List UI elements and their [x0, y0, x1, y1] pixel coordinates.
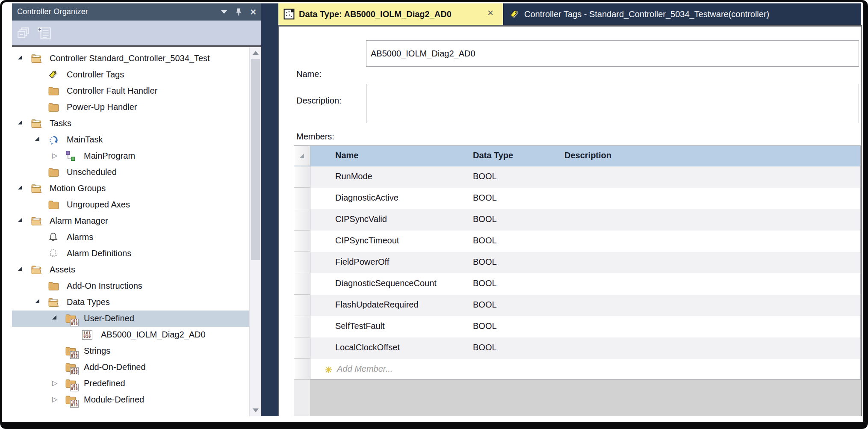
column-header-name[interactable]: Name [335, 151, 358, 160]
member-row-flashupdaterequired[interactable]: FlashUpdateRequiredBOOL [294, 295, 860, 316]
panel-pin-button[interactable] [231, 3, 246, 21]
collapse-arrow-icon[interactable] [18, 218, 22, 222]
collapse-arrow-icon[interactable] [18, 55, 22, 59]
cell-member-datatype[interactable]: BOOL [473, 278, 497, 288]
tree-item-alarms[interactable]: Alarms [12, 229, 249, 246]
member-row-runmode[interactable]: RunModeBOOL [294, 166, 860, 188]
row-selector[interactable] [294, 209, 310, 231]
cell-member-name[interactable]: CIPSyncValid [335, 214, 387, 224]
member-row-cipsyncvalid[interactable]: CIPSyncValidBOOL [294, 209, 860, 231]
tree-item-alarm-definitions[interactable]: Alarm Definitions [12, 246, 249, 262]
tree-item-label: Controller Fault Handler [67, 86, 157, 96]
cell-member-datatype[interactable]: BOOL [473, 343, 497, 352]
panel-menu-button[interactable] [217, 3, 231, 21]
collapse-arrow-icon[interactable] [18, 266, 22, 271]
cell-member-datatype[interactable]: BOOL [473, 257, 497, 267]
tree-item-user-defined[interactable]: 101010User-Defined [12, 311, 249, 327]
scroll-down-icon[interactable] [253, 408, 259, 412]
member-row-diagnosticactive[interactable]: DiagnosticActiveBOOL [294, 188, 860, 209]
tree-item-label: Alarm Definitions [67, 249, 131, 258]
cell-member-name[interactable]: FieldPowerOff [335, 257, 389, 267]
tree-item-add-on-defined[interactable]: 101010Add-On-Defined [12, 359, 249, 376]
tree-item-add-on-instructions[interactable]: Add-On Instructions [12, 278, 249, 294]
row-selector[interactable] [294, 231, 310, 252]
cell-member-datatype[interactable]: BOOL [473, 214, 497, 224]
cell-member-datatype[interactable]: BOOL [473, 236, 497, 246]
panel-splitter[interactable] [261, 3, 278, 416]
name-input[interactable] [366, 40, 859, 67]
member-row-diagnosticsequencecount[interactable]: DiagnosticSequenceCountBOOL [294, 273, 860, 295]
row-selector[interactable] [294, 359, 310, 380]
udt-folder-icon: 101010 [65, 378, 77, 390]
collapse-all-button[interactable] [15, 26, 32, 41]
tree-item-controller-standard-controller-5034-test[interactable]: Controller Standard_Controller_5034_Test [12, 50, 249, 67]
collapse-arrow-icon[interactable] [35, 136, 39, 141]
cell-member-name[interactable]: LocalClockOffset [335, 343, 400, 352]
grid-corner-cell[interactable] [294, 146, 310, 166]
cell-member-datatype[interactable]: BOOL [473, 300, 497, 310]
member-row-selftestfault[interactable]: SelfTestFaultBOOL [294, 316, 860, 337]
row-selector[interactable] [294, 295, 310, 316]
panel-close-button[interactable]: × [246, 3, 260, 21]
tree-item-strings[interactable]: 101010Strings [12, 343, 249, 359]
tree-item-motion-groups[interactable]: Motion Groups [12, 180, 249, 197]
tree-scrollbar[interactable] [249, 47, 262, 416]
row-background [310, 316, 860, 337]
expand-arrow-icon[interactable]: ▷ [52, 380, 57, 387]
expand-arrow-icon[interactable]: ▷ [52, 396, 57, 403]
collapse-arrow-icon[interactable] [52, 315, 56, 320]
collapse-arrow-icon[interactable] [18, 120, 22, 124]
cell-member-name[interactable]: FlashUpdateRequired [335, 300, 419, 310]
cell-member-datatype[interactable]: BOOL [473, 193, 497, 203]
panel-titlebar: Controller Organizer × [12, 3, 261, 21]
tree-item-assets[interactable]: Assets [12, 262, 249, 278]
scroll-up-icon[interactable] [253, 51, 259, 55]
cell-member-name[interactable]: DiagnosticActive [335, 193, 399, 203]
tree-item-ungrouped-axes[interactable]: Ungrouped Axes [12, 197, 249, 213]
folder-open-icon [31, 216, 43, 228]
column-header-description[interactable]: Description [564, 151, 611, 160]
description-input[interactable] [366, 84, 859, 123]
collapse-arrow-icon[interactable] [18, 185, 22, 189]
tree-item-predefined[interactable]: ▷101010Predefined [12, 376, 249, 392]
member-row-cipsynctimeout[interactable]: CIPSyncTimeoutBOOL [294, 231, 860, 252]
row-selector[interactable] [294, 273, 310, 295]
collapse-arrow-icon[interactable] [35, 299, 39, 303]
tree-item-ab5000-iolm-diag2-ad0[interactable]: 101010AB5000_IOLM_Diag2_AD0 [12, 327, 249, 343]
row-selector[interactable] [294, 166, 310, 188]
tree-item-tasks[interactable]: Tasks [12, 115, 249, 132]
tree-item-power-up-handler[interactable]: Power-Up Handler [12, 99, 249, 115]
row-selector[interactable] [294, 337, 310, 359]
row-selector[interactable] [294, 316, 310, 337]
tree-item-label: Data Types [67, 297, 110, 307]
add-member-row[interactable]: Add Member... [294, 359, 860, 380]
cell-member-datatype[interactable]: BOOL [473, 321, 497, 331]
expand-arrow-icon[interactable]: ▷ [52, 152, 57, 159]
component-options-button[interactable] [36, 26, 53, 41]
bell-icon [48, 232, 60, 244]
tree-item-mainprogram[interactable]: ▷MainProgram [12, 148, 249, 164]
tree-item-controller-tags[interactable]: Controller Tags [12, 67, 249, 83]
cell-member-name[interactable]: CIPSyncTimeout [335, 236, 399, 246]
scrollbar-thumb[interactable] [251, 59, 260, 260]
tree-item-controller-fault-handler[interactable]: Controller Fault Handler [12, 83, 249, 99]
tab-data-type[interactable]: Data Type: AB5000_IOLM_Diag2_AD0 × [278, 3, 503, 25]
row-selector[interactable] [294, 252, 310, 273]
tree-item-maintask[interactable]: MainTask [12, 132, 249, 148]
tree-item-module-defined[interactable]: ▷101010Module-Defined [12, 392, 249, 408]
member-row-fieldpoweroff[interactable]: FieldPowerOffBOOL [294, 252, 860, 273]
tree-item-alarm-manager[interactable]: Alarm Manager [12, 213, 249, 229]
tree-item-unscheduled[interactable]: Unscheduled [12, 164, 249, 180]
member-row-localclockoffset[interactable]: LocalClockOffsetBOOL [294, 337, 860, 359]
tab-close-button[interactable]: × [487, 8, 493, 18]
tab-controller-tags[interactable]: Controller Tags - Standard_Controller_50… [503, 3, 861, 25]
cell-member-name[interactable]: RunMode [335, 172, 372, 181]
component-list-options-icon [37, 27, 52, 40]
cell-member-datatype[interactable]: BOOL [473, 172, 497, 181]
row-selector[interactable] [294, 188, 310, 209]
cell-member-name[interactable]: SelfTestFault [335, 321, 385, 331]
cell-member-name[interactable]: DiagnosticSequenceCount [335, 278, 437, 288]
column-header-datatype[interactable]: Data Type [473, 151, 513, 160]
tree-item-data-types[interactable]: Data Types [12, 294, 249, 311]
corner-triangle-icon [299, 154, 304, 158]
